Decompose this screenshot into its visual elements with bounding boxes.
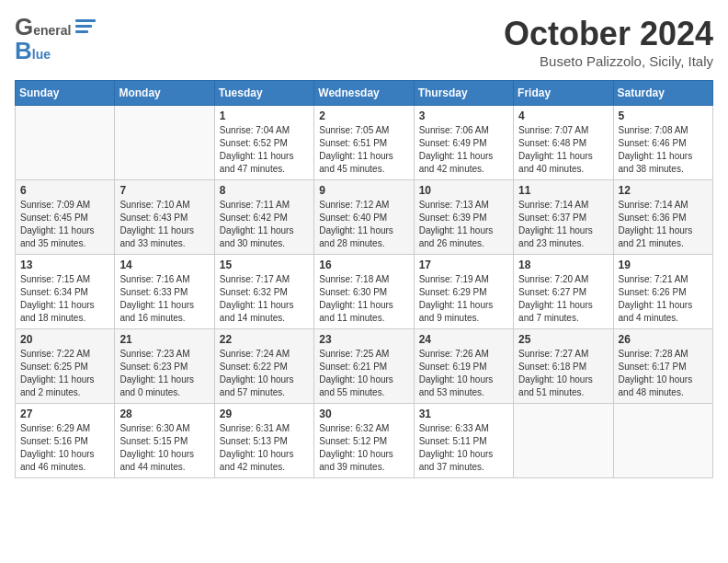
- calendar-cell: 8Sunrise: 7:11 AMSunset: 6:42 PMDaylight…: [214, 180, 313, 255]
- day-info: Sunrise: 7:14 AMSunset: 6:36 PMDaylight:…: [619, 199, 708, 250]
- day-number: 8: [220, 184, 309, 197]
- calendar-cell: 29Sunrise: 6:31 AMSunset: 5:13 PMDayligh…: [214, 404, 313, 478]
- day-info: Sunrise: 6:33 AMSunset: 5:11 PMDaylight:…: [419, 422, 508, 474]
- day-info: Sunrise: 7:08 AMSunset: 6:46 PMDaylight:…: [619, 124, 708, 176]
- calendar-cell: 14Sunrise: 7:16 AMSunset: 6:33 PMDayligh…: [115, 255, 214, 329]
- calendar-week-4: 20Sunrise: 7:22 AMSunset: 6:25 PMDayligh…: [16, 329, 713, 404]
- day-number: 18: [518, 259, 608, 271]
- day-info: Sunrise: 7:27 AMSunset: 6:18 PMDaylight:…: [518, 348, 608, 399]
- day-info: Sunrise: 7:16 AMSunset: 6:33 PMDaylight:…: [119, 273, 209, 325]
- col-saturday: Saturday: [613, 81, 712, 106]
- calendar-week-3: 13Sunrise: 7:15 AMSunset: 6:34 PMDayligh…: [16, 255, 713, 329]
- day-number: 24: [419, 333, 508, 346]
- calendar-week-2: 6Sunrise: 7:09 AMSunset: 6:45 PMDaylight…: [16, 180, 713, 255]
- day-info: Sunrise: 6:30 AMSunset: 5:15 PMDaylight:…: [119, 422, 209, 474]
- day-number: 30: [319, 408, 408, 420]
- day-number: 11: [518, 184, 608, 197]
- day-number: 13: [20, 259, 109, 271]
- day-info: Sunrise: 7:28 AMSunset: 6:17 PMDaylight:…: [619, 348, 708, 399]
- header-row: Sunday Monday Tuesday Wednesday Thursday…: [16, 81, 713, 106]
- day-number: 9: [319, 184, 408, 197]
- day-info: Sunrise: 7:19 AMSunset: 6:29 PMDaylight:…: [419, 273, 508, 325]
- day-info: Sunrise: 7:23 AMSunset: 6:23 PMDaylight:…: [119, 348, 209, 399]
- calendar-cell: 1Sunrise: 7:04 AMSunset: 6:52 PMDaylight…: [214, 106, 313, 180]
- calendar-cell: [16, 106, 115, 180]
- page-header: G eneral B lue October 2024 Buseto Paliz…: [15, 15, 713, 69]
- col-wednesday: Wednesday: [314, 81, 414, 106]
- day-number: 26: [619, 333, 708, 346]
- logo-eneral-text: eneral: [33, 24, 71, 37]
- col-monday: Monday: [115, 81, 214, 106]
- calendar-cell: 13Sunrise: 7:15 AMSunset: 6:34 PMDayligh…: [16, 255, 115, 329]
- day-info: Sunrise: 7:13 AMSunset: 6:39 PMDaylight:…: [419, 199, 508, 250]
- day-number: 21: [119, 333, 209, 346]
- title-block: October 2024 Buseto Palizzolo, Sicily, I…: [504, 15, 713, 69]
- day-info: Sunrise: 6:29 AMSunset: 5:16 PMDaylight:…: [20, 422, 109, 474]
- day-number: 31: [419, 408, 508, 420]
- day-number: 7: [119, 184, 209, 197]
- day-number: 17: [419, 259, 508, 271]
- calendar-cell: 11Sunrise: 7:14 AMSunset: 6:37 PMDayligh…: [514, 180, 613, 255]
- calendar-cell: 6Sunrise: 7:09 AMSunset: 6:45 PMDaylight…: [16, 180, 115, 255]
- day-number: 19: [619, 259, 708, 271]
- day-info: Sunrise: 7:22 AMSunset: 6:25 PMDaylight:…: [20, 348, 109, 399]
- logo-b-letter: B: [15, 39, 32, 63]
- calendar-cell: 16Sunrise: 7:18 AMSunset: 6:30 PMDayligh…: [314, 255, 414, 329]
- calendar-cell: 15Sunrise: 7:17 AMSunset: 6:32 PMDayligh…: [214, 255, 313, 329]
- logo: G eneral B lue: [15, 15, 96, 63]
- day-number: 5: [619, 109, 708, 122]
- day-info: Sunrise: 7:09 AMSunset: 6:45 PMDaylight:…: [20, 199, 109, 250]
- day-info: Sunrise: 7:17 AMSunset: 6:32 PMDaylight:…: [220, 273, 309, 325]
- calendar-cell: 26Sunrise: 7:28 AMSunset: 6:17 PMDayligh…: [613, 329, 712, 404]
- calendar-cell: 2Sunrise: 7:05 AMSunset: 6:51 PMDaylight…: [314, 106, 414, 180]
- location-subtitle: Buseto Palizzolo, Sicily, Italy: [504, 53, 713, 69]
- day-info: Sunrise: 7:07 AMSunset: 6:48 PMDaylight:…: [518, 124, 608, 176]
- day-number: 12: [619, 184, 708, 197]
- calendar-table: Sunday Monday Tuesday Wednesday Thursday…: [15, 80, 713, 478]
- day-number: 14: [119, 259, 209, 271]
- calendar-cell: 21Sunrise: 7:23 AMSunset: 6:23 PMDayligh…: [115, 329, 214, 404]
- calendar-cell: 10Sunrise: 7:13 AMSunset: 6:39 PMDayligh…: [414, 180, 513, 255]
- day-info: Sunrise: 7:15 AMSunset: 6:34 PMDaylight:…: [20, 273, 109, 325]
- calendar-cell: 27Sunrise: 6:29 AMSunset: 5:16 PMDayligh…: [16, 404, 115, 478]
- logo-g-letter: G: [15, 15, 33, 39]
- day-number: 2: [319, 109, 408, 122]
- calendar-cell: 28Sunrise: 6:30 AMSunset: 5:15 PMDayligh…: [115, 404, 214, 478]
- col-sunday: Sunday: [16, 81, 115, 106]
- calendar-cell: 31Sunrise: 6:33 AMSunset: 5:11 PMDayligh…: [414, 404, 513, 478]
- day-number: 16: [319, 259, 408, 271]
- calendar-cell: 30Sunrise: 6:32 AMSunset: 5:12 PMDayligh…: [314, 404, 414, 478]
- col-tuesday: Tuesday: [214, 81, 313, 106]
- day-number: 28: [119, 408, 209, 420]
- day-number: 15: [220, 259, 309, 271]
- day-info: Sunrise: 7:21 AMSunset: 6:26 PMDaylight:…: [619, 273, 708, 325]
- day-number: 10: [419, 184, 508, 197]
- calendar-cell: 4Sunrise: 7:07 AMSunset: 6:48 PMDaylight…: [514, 106, 613, 180]
- calendar-cell: 20Sunrise: 7:22 AMSunset: 6:25 PMDayligh…: [16, 329, 115, 404]
- calendar-cell: 17Sunrise: 7:19 AMSunset: 6:29 PMDayligh…: [414, 255, 513, 329]
- col-thursday: Thursday: [414, 81, 513, 106]
- calendar-cell: 25Sunrise: 7:27 AMSunset: 6:18 PMDayligh…: [514, 329, 613, 404]
- day-number: 1: [220, 109, 309, 122]
- day-info: Sunrise: 6:31 AMSunset: 5:13 PMDaylight:…: [220, 422, 309, 474]
- calendar-cell: 3Sunrise: 7:06 AMSunset: 6:49 PMDaylight…: [414, 106, 513, 180]
- day-number: 22: [220, 333, 309, 346]
- day-info: Sunrise: 6:32 AMSunset: 5:12 PMDaylight:…: [319, 422, 408, 474]
- calendar-cell: [514, 404, 613, 478]
- day-info: Sunrise: 7:26 AMSunset: 6:19 PMDaylight:…: [419, 348, 508, 399]
- calendar-cell: 23Sunrise: 7:25 AMSunset: 6:21 PMDayligh…: [314, 329, 414, 404]
- calendar-cell: 9Sunrise: 7:12 AMSunset: 6:40 PMDaylight…: [314, 180, 414, 255]
- day-number: 3: [419, 109, 508, 122]
- day-info: Sunrise: 7:10 AMSunset: 6:43 PMDaylight:…: [119, 199, 209, 250]
- calendar-week-5: 27Sunrise: 6:29 AMSunset: 5:16 PMDayligh…: [16, 404, 713, 478]
- day-info: Sunrise: 7:24 AMSunset: 6:22 PMDaylight:…: [220, 348, 309, 399]
- month-title: October 2024: [504, 15, 713, 53]
- col-friday: Friday: [514, 81, 613, 106]
- logo-stripe-2: [75, 25, 92, 28]
- day-number: 20: [20, 333, 109, 346]
- day-info: Sunrise: 7:11 AMSunset: 6:42 PMDaylight:…: [220, 199, 309, 250]
- calendar-cell: 19Sunrise: 7:21 AMSunset: 6:26 PMDayligh…: [613, 255, 712, 329]
- day-info: Sunrise: 7:06 AMSunset: 6:49 PMDaylight:…: [419, 124, 508, 176]
- logo-lue-text: lue: [32, 48, 51, 61]
- day-number: 25: [518, 333, 608, 346]
